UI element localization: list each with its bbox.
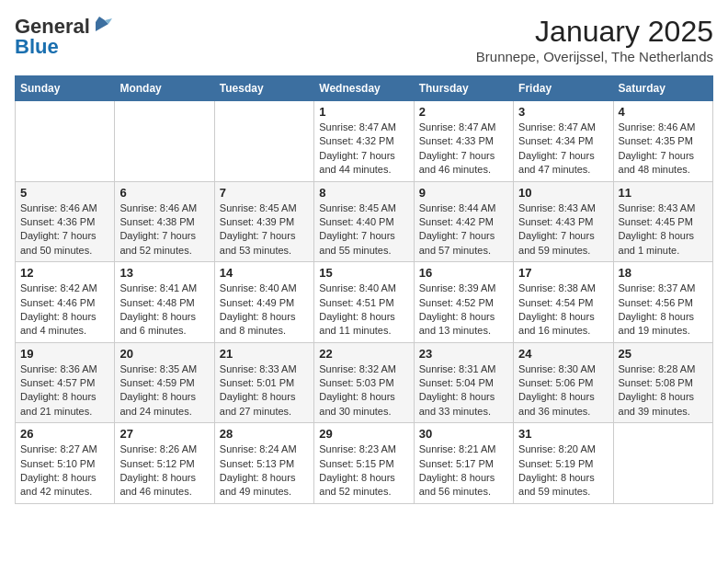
day-number: 2 [419, 105, 508, 119]
weekday-header: Friday [514, 76, 613, 101]
calendar-cell: 21Sunrise: 8:33 AMSunset: 5:01 PMDayligh… [214, 342, 313, 423]
day-info: Sunrise: 8:46 AMSunset: 4:38 PMDaylight:… [119, 201, 209, 259]
day-number: 4 [619, 105, 708, 119]
calendar-cell: 31Sunrise: 8:20 AMSunset: 5:19 PMDayligh… [514, 423, 613, 504]
calendar-cell: 2Sunrise: 8:47 AMSunset: 4:33 PMDaylight… [414, 101, 513, 182]
calendar-week-row: 5Sunrise: 8:46 AMSunset: 4:36 PMDaylight… [16, 181, 713, 262]
weekday-header: Tuesday [214, 76, 313, 101]
weekday-header: Sunday [16, 76, 115, 101]
day-info: Sunrise: 8:36 AMSunset: 4:57 PMDaylight:… [20, 362, 109, 419]
day-info: Sunrise: 8:39 AMSunset: 4:52 PMDaylight:… [419, 282, 508, 339]
calendar-cell: 5Sunrise: 8:46 AMSunset: 4:36 PMDaylight… [16, 181, 115, 262]
day-number: 21 [220, 347, 309, 361]
day-number: 9 [419, 186, 508, 200]
day-info: Sunrise: 8:37 AMSunset: 4:56 PMDaylight:… [619, 282, 708, 339]
calendar-cell: 25Sunrise: 8:28 AMSunset: 5:08 PMDayligh… [613, 342, 712, 423]
calendar-cell: 3Sunrise: 8:47 AMSunset: 4:34 PMDaylight… [514, 101, 613, 182]
calendar-cell: 26Sunrise: 8:27 AMSunset: 5:10 PMDayligh… [16, 423, 115, 504]
calendar-cell: 4Sunrise: 8:46 AMSunset: 4:35 PMDaylight… [613, 101, 712, 182]
calendar-cell: 10Sunrise: 8:43 AMSunset: 4:43 PMDayligh… [514, 181, 613, 262]
title-block: January 2025 Brunnepe, Overijssel, The N… [476, 15, 713, 64]
calendar-cell [115, 101, 214, 182]
day-number: 23 [419, 347, 508, 361]
day-info: Sunrise: 8:27 AMSunset: 5:10 PMDaylight:… [20, 442, 109, 500]
weekday-header: Saturday [613, 76, 712, 101]
day-info: Sunrise: 8:32 AMSunset: 5:03 PMDaylight:… [319, 362, 408, 419]
day-number: 27 [119, 427, 209, 441]
day-info: Sunrise: 8:30 AMSunset: 5:06 PMDaylight:… [518, 362, 608, 419]
day-number: 13 [119, 266, 209, 280]
page-header: General Blue January 2025 Brunnepe, Over… [15, 15, 713, 64]
day-number: 29 [319, 427, 408, 441]
day-info: Sunrise: 8:46 AMSunset: 4:35 PMDaylight:… [619, 121, 708, 178]
calendar-cell: 18Sunrise: 8:37 AMSunset: 4:56 PMDayligh… [613, 262, 712, 343]
day-info: Sunrise: 8:45 AMSunset: 4:39 PMDaylight:… [220, 201, 309, 259]
logo: General Blue [15, 15, 112, 59]
calendar-cell: 29Sunrise: 8:23 AMSunset: 5:15 PMDayligh… [314, 423, 414, 504]
calendar-cell [16, 101, 115, 182]
calendar-cell: 11Sunrise: 8:43 AMSunset: 4:45 PMDayligh… [613, 181, 712, 262]
day-info: Sunrise: 8:47 AMSunset: 4:32 PMDaylight:… [319, 121, 408, 178]
day-info: Sunrise: 8:33 AMSunset: 5:01 PMDaylight:… [220, 362, 309, 419]
day-number: 19 [20, 347, 109, 361]
calendar-week-row: 19Sunrise: 8:36 AMSunset: 4:57 PMDayligh… [16, 342, 713, 423]
calendar-cell: 28Sunrise: 8:24 AMSunset: 5:13 PMDayligh… [214, 423, 313, 504]
calendar-cell: 15Sunrise: 8:40 AMSunset: 4:51 PMDayligh… [314, 262, 414, 343]
day-number: 1 [319, 105, 408, 119]
day-info: Sunrise: 8:47 AMSunset: 4:34 PMDaylight:… [518, 121, 608, 178]
day-number: 16 [419, 266, 508, 280]
day-info: Sunrise: 8:24 AMSunset: 5:13 PMDaylight:… [220, 442, 309, 500]
calendar-cell: 19Sunrise: 8:36 AMSunset: 4:57 PMDayligh… [16, 342, 115, 423]
day-info: Sunrise: 8:20 AMSunset: 5:19 PMDaylight:… [518, 442, 608, 500]
day-info: Sunrise: 8:26 AMSunset: 5:12 PMDaylight:… [119, 442, 209, 500]
calendar-subtitle: Brunnepe, Overijssel, The Netherlands [476, 49, 713, 64]
day-info: Sunrise: 8:23 AMSunset: 5:15 PMDaylight:… [319, 442, 408, 500]
calendar-cell: 22Sunrise: 8:32 AMSunset: 5:03 PMDayligh… [314, 342, 414, 423]
day-number: 12 [20, 266, 109, 280]
day-number: 15 [319, 266, 408, 280]
day-number: 24 [518, 347, 608, 361]
day-number: 20 [119, 347, 209, 361]
day-number: 8 [319, 186, 408, 200]
logo-icon [92, 15, 112, 35]
day-number: 25 [619, 347, 708, 361]
svg-marker-0 [96, 17, 108, 31]
calendar-cell: 8Sunrise: 8:45 AMSunset: 4:40 PMDaylight… [314, 181, 414, 262]
day-info: Sunrise: 8:46 AMSunset: 4:36 PMDaylight:… [20, 201, 109, 259]
calendar-cell: 12Sunrise: 8:42 AMSunset: 4:46 PMDayligh… [16, 262, 115, 343]
calendar-cell: 1Sunrise: 8:47 AMSunset: 4:32 PMDaylight… [314, 101, 414, 182]
calendar-cell: 13Sunrise: 8:41 AMSunset: 4:48 PMDayligh… [115, 262, 214, 343]
calendar-cell [214, 101, 313, 182]
day-number: 11 [619, 186, 708, 200]
day-info: Sunrise: 8:38 AMSunset: 4:54 PMDaylight:… [518, 282, 608, 339]
day-info: Sunrise: 8:47 AMSunset: 4:33 PMDaylight:… [419, 121, 508, 178]
day-info: Sunrise: 8:43 AMSunset: 4:45 PMDaylight:… [619, 201, 708, 259]
day-info: Sunrise: 8:42 AMSunset: 4:46 PMDaylight:… [20, 282, 109, 339]
logo-blue: Blue [15, 35, 59, 59]
weekday-header: Monday [115, 76, 214, 101]
day-info: Sunrise: 8:45 AMSunset: 4:40 PMDaylight:… [319, 201, 408, 259]
day-number: 7 [220, 186, 309, 200]
weekday-header: Thursday [414, 76, 513, 101]
calendar-cell: 27Sunrise: 8:26 AMSunset: 5:12 PMDayligh… [115, 423, 214, 504]
day-number: 10 [518, 186, 608, 200]
day-info: Sunrise: 8:43 AMSunset: 4:43 PMDaylight:… [518, 201, 608, 259]
calendar-cell: 14Sunrise: 8:40 AMSunset: 4:49 PMDayligh… [214, 262, 313, 343]
day-number: 6 [119, 186, 209, 200]
day-number: 31 [518, 427, 608, 441]
weekday-header-row: SundayMondayTuesdayWednesdayThursdayFrid… [16, 76, 713, 101]
day-number: 18 [619, 266, 708, 280]
calendar-cell: 23Sunrise: 8:31 AMSunset: 5:04 PMDayligh… [414, 342, 513, 423]
day-number: 26 [20, 427, 109, 441]
calendar-cell: 6Sunrise: 8:46 AMSunset: 4:38 PMDaylight… [115, 181, 214, 262]
calendar-cell: 20Sunrise: 8:35 AMSunset: 4:59 PMDayligh… [115, 342, 214, 423]
day-number: 17 [518, 266, 608, 280]
calendar-table: SundayMondayTuesdayWednesdayThursdayFrid… [15, 75, 713, 504]
day-info: Sunrise: 8:35 AMSunset: 4:59 PMDaylight:… [119, 362, 209, 419]
calendar-cell: 7Sunrise: 8:45 AMSunset: 4:39 PMDaylight… [214, 181, 313, 262]
calendar-cell [613, 423, 712, 504]
calendar-week-row: 12Sunrise: 8:42 AMSunset: 4:46 PMDayligh… [16, 262, 713, 343]
day-info: Sunrise: 8:41 AMSunset: 4:48 PMDaylight:… [119, 282, 209, 339]
calendar-cell: 16Sunrise: 8:39 AMSunset: 4:52 PMDayligh… [414, 262, 513, 343]
calendar-cell: 24Sunrise: 8:30 AMSunset: 5:06 PMDayligh… [514, 342, 613, 423]
